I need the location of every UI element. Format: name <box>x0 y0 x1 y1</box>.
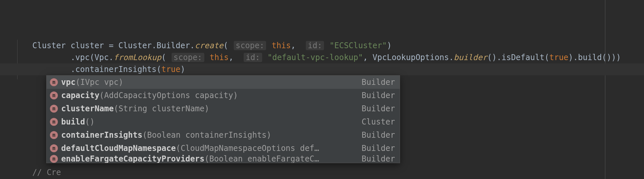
autocomplete-name: build <box>61 117 85 126</box>
autocomplete-name: clusterName <box>61 104 114 113</box>
code-token: , <box>229 53 238 62</box>
autocomplete-params: (IVpc vpc) <box>75 78 123 87</box>
autocomplete-item[interactable]: m build() Cluster <box>47 115 400 128</box>
code-token-keyword: this <box>210 53 229 62</box>
autocomplete-item[interactable]: m capacity(AddCapacityOptions capacity) … <box>47 89 400 102</box>
autocomplete-return-type: Builder <box>362 129 395 141</box>
code-token: containerInsights <box>75 65 157 74</box>
autocomplete-return-type: Builder <box>362 90 395 101</box>
autocomplete-return-type: Builder <box>362 155 395 163</box>
method-icon: m <box>50 144 58 152</box>
code-token-string: "default-vpc-lookup" <box>267 53 363 62</box>
autocomplete-return-type: Builder <box>362 76 395 88</box>
autocomplete-return-type: Builder <box>362 142 395 154</box>
code-line[interactable]: .containerInsights(true) <box>13 52 185 63</box>
autocomplete-name: containerInsights <box>61 130 142 140</box>
autocomplete-name: vpc <box>61 78 75 87</box>
param-hint: id: <box>244 53 262 62</box>
method-icon: m <box>50 118 58 126</box>
code-token: ( <box>156 65 161 74</box>
code-line[interactable]: lancedFargateService.Builder.create( sco… <box>324 166 583 178</box>
code-line[interactable]: .vpc(Vpc.fromLookup( scope: this, id: "d… <box>13 40 621 52</box>
autocomplete-item[interactable]: m containerInsights(Boolean containerIns… <box>47 128 400 142</box>
method-icon: m <box>50 78 58 86</box>
code-token-keyword: true <box>161 65 181 74</box>
method-icon: m <box>50 105 58 113</box>
autocomplete-item[interactable]: m defaultCloudMapNamespace(CloudMapNames… <box>47 142 400 155</box>
autocomplete-params: (String clusterName) <box>114 104 209 113</box>
autocomplete-popup[interactable]: m vpc(IVpc vpc) Builder m capacity(AddCa… <box>46 75 400 163</box>
code-editor[interactable]: Cluster cluster = Cluster.Builder.create… <box>0 0 644 179</box>
code-line-current[interactable]: . <box>13 63 76 75</box>
autocomplete-item[interactable]: m vpc(IVpc vpc) Builder <box>47 76 400 89</box>
method-icon: m <box>50 131 58 139</box>
autocomplete-item[interactable]: m enableFargateCapacityProviders(Boolean… <box>47 155 400 163</box>
autocomplete-return-type: Cluster <box>362 116 395 128</box>
right-margin-guide <box>605 0 605 179</box>
autocomplete-params: (AddCapacityOptions capacity) <box>100 91 238 100</box>
code-token: , VpcLookupOptions. <box>363 53 454 62</box>
code-token: ().isDefault( <box>487 53 549 62</box>
code-line[interactable]: Cluster cluster = Cluster.Builder.create… <box>13 28 392 40</box>
autocomplete-params: (Boolean containerInsights) <box>142 130 271 140</box>
autocomplete-return-type: Builder <box>362 103 395 115</box>
autocomplete-name: enableFargateCapacityProviders <box>61 155 204 163</box>
method-icon: m <box>50 155 58 163</box>
code-token: ).build())) <box>568 53 621 62</box>
autocomplete-params: () <box>85 117 95 126</box>
code-token: ) <box>181 65 185 74</box>
code-line[interactable]: Applic <box>13 166 61 178</box>
autocomplete-params: (CloudMapNamespaceOptions def… <box>176 144 319 153</box>
method-icon: m <box>50 91 58 99</box>
autocomplete-name: defaultCloudMapNamespace <box>61 144 176 153</box>
autocomplete-name: capacity <box>61 91 100 100</box>
code-token-static: builder <box>454 53 487 62</box>
autocomplete-params: (Boolean enableFargateC… <box>204 155 319 163</box>
code-token-keyword: true <box>549 53 569 62</box>
autocomplete-item[interactable]: m clusterName(String clusterName) Builde… <box>47 102 400 115</box>
